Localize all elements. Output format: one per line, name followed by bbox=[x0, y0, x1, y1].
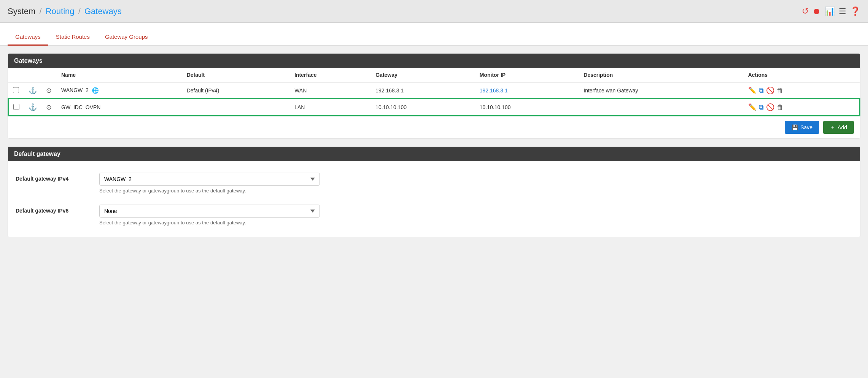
reload-icon[interactable]: ↺ bbox=[802, 6, 809, 16]
gateways-page-title: Gateways bbox=[84, 6, 122, 16]
col-description: Description bbox=[579, 68, 743, 82]
main-content: Gateways Name Default Interface Gateway … bbox=[0, 46, 868, 253]
row2-gateway: 10.10.10.100 bbox=[371, 99, 475, 116]
row2-anchor-cell: ⚓ bbox=[24, 99, 41, 116]
default-gateway-title: Default gateway bbox=[8, 147, 860, 161]
row1-checkbox[interactable] bbox=[13, 87, 19, 93]
help-icon[interactable]: ❓ bbox=[850, 6, 860, 16]
col-monitor-ip: Monitor IP bbox=[475, 68, 579, 82]
row2-checkbox[interactable] bbox=[13, 104, 19, 110]
row2-description bbox=[579, 99, 743, 116]
row1-edit-button[interactable]: ✏️ bbox=[748, 86, 757, 95]
table-row: ⚓ ⊙ GW_IDC_OVPN LAN 10.10.10.100 10.10.1… bbox=[8, 99, 860, 116]
row1-anchor-cell: ⚓ bbox=[24, 82, 41, 99]
globe-icon: 🌐 bbox=[92, 87, 99, 94]
default-gateway-content: Default gateway IPv4 WANGW_2 GW_IDC_OVPN… bbox=[8, 161, 860, 237]
default-ipv6-row: Default gateway IPv6 None WANGW_2 GW_IDC… bbox=[16, 199, 852, 231]
save-button[interactable]: 💾 Save bbox=[785, 121, 819, 134]
row2-checkbox-cell bbox=[8, 99, 24, 116]
system-label: System bbox=[8, 6, 35, 16]
gateways-section: Gateways Name Default Interface Gateway … bbox=[8, 53, 860, 139]
anchor-icon[interactable]: ⚓ bbox=[29, 87, 37, 94]
tab-static-routes[interactable]: Static Routes bbox=[48, 29, 97, 46]
row1-monitor-ip: 192.168.3.1 bbox=[475, 82, 579, 99]
col-checkbox bbox=[8, 68, 24, 82]
row1-monitor-link[interactable]: 192.168.3.1 bbox=[480, 87, 508, 94]
row2-name: GW_IDC_OVPN bbox=[57, 99, 182, 116]
add-icon: ＋ bbox=[830, 124, 835, 131]
gateways-table: Name Default Interface Gateway Monitor I… bbox=[8, 68, 860, 116]
col-anchor bbox=[24, 68, 41, 82]
row2-edit-button[interactable]: ✏️ bbox=[748, 103, 757, 111]
default-ipv6-select[interactable]: None WANGW_2 GW_IDC_OVPN bbox=[99, 205, 320, 218]
row2-interface: LAN bbox=[290, 99, 371, 116]
row1-disable-button[interactable]: 🚫 bbox=[766, 86, 774, 95]
default-ipv6-hint: Select the gateway or gatewaygroup to us… bbox=[99, 220, 320, 226]
row1-actions: ✏️ ⧉ 🚫 🗑 bbox=[744, 82, 860, 99]
col-interface: Interface bbox=[290, 68, 371, 82]
row2-actions: ✏️ ⧉ 🚫 🗑 bbox=[744, 99, 860, 116]
tab-gateway-groups[interactable]: Gateway Groups bbox=[97, 29, 156, 46]
row2-monitor-ip: 10.10.10.100 bbox=[475, 99, 579, 116]
chart-icon[interactable]: 📊 bbox=[825, 6, 835, 16]
header-toolbar: ↺ ⏺ 📊 ☰ ❓ bbox=[802, 6, 860, 16]
tab-bar: Gateways Static Routes Gateway Groups bbox=[0, 23, 868, 46]
row2-copy-button[interactable]: ⧉ bbox=[759, 103, 764, 111]
col-name: Name bbox=[57, 68, 182, 82]
row1-name: WANGW_2 🌐 bbox=[57, 82, 182, 99]
row1-description: Interface wan Gateway bbox=[579, 82, 743, 99]
default-ipv4-row: Default gateway IPv4 WANGW_2 GW_IDC_OVPN… bbox=[16, 167, 852, 199]
routing-label[interactable]: Routing bbox=[46, 6, 75, 16]
list-icon[interactable]: ☰ bbox=[839, 6, 846, 16]
default-ipv6-content: None WANGW_2 GW_IDC_OVPN Select the gate… bbox=[99, 205, 852, 226]
tab-gateways[interactable]: Gateways bbox=[8, 29, 48, 46]
row2-status-cell: ⊙ bbox=[41, 99, 57, 116]
table-action-bar: 💾 Save ＋ Add bbox=[8, 116, 860, 138]
row2-default bbox=[182, 99, 290, 116]
default-ipv4-hint: Select the gateway or gatewaygroup to us… bbox=[99, 188, 320, 194]
row1-default: Default (IPv4) bbox=[182, 82, 290, 99]
header: System / Routing / Gateways ↺ ⏺ 📊 ☰ ❓ bbox=[0, 0, 868, 23]
anchor-icon[interactable]: ⚓ bbox=[29, 103, 37, 111]
default-ipv6-label: Default gateway IPv6 bbox=[16, 205, 99, 214]
row1-status-cell: ⊙ bbox=[41, 82, 57, 99]
col-default: Default bbox=[182, 68, 290, 82]
status-check-icon: ⊙ bbox=[46, 87, 52, 94]
default-gateway-section: Default gateway Default gateway IPv4 WAN… bbox=[8, 146, 860, 237]
row1-copy-button[interactable]: ⧉ bbox=[759, 87, 764, 95]
col-actions: Actions bbox=[744, 68, 860, 82]
default-ipv4-select[interactable]: WANGW_2 GW_IDC_OVPN None bbox=[99, 173, 320, 186]
add-button[interactable]: ＋ Add bbox=[823, 121, 854, 134]
save-icon: 💾 bbox=[792, 124, 798, 130]
col-gateway: Gateway bbox=[371, 68, 475, 82]
gateways-section-title: Gateways bbox=[8, 54, 860, 68]
row1-gateway: 192.168.3.1 bbox=[371, 82, 475, 99]
breadcrumb: System / Routing / Gateways bbox=[8, 6, 122, 16]
row1-interface: WAN bbox=[290, 82, 371, 99]
row1-delete-button[interactable]: 🗑 bbox=[777, 87, 784, 95]
col-status bbox=[41, 68, 57, 82]
row2-disable-button[interactable]: 🚫 bbox=[766, 103, 774, 111]
row2-delete-button[interactable]: 🗑 bbox=[777, 103, 784, 111]
row1-checkbox-cell bbox=[8, 82, 24, 99]
default-ipv4-content: WANGW_2 GW_IDC_OVPN None Select the gate… bbox=[99, 173, 852, 194]
default-ipv4-label: Default gateway IPv4 bbox=[16, 173, 99, 182]
status-check-icon: ⊙ bbox=[46, 103, 52, 111]
table-row: ⚓ ⊙ WANGW_2 🌐 Default (IPv4) WAN 192.168… bbox=[8, 82, 860, 99]
stop-icon[interactable]: ⏺ bbox=[812, 6, 821, 16]
